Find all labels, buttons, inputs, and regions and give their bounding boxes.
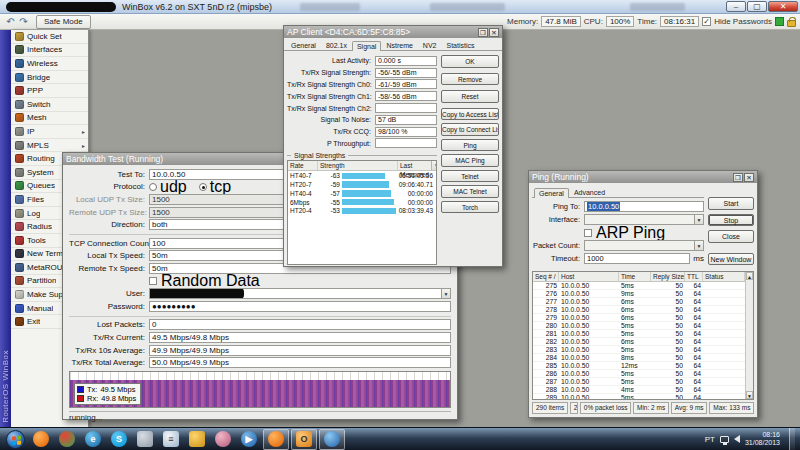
taskbar-slot-firefox[interactable]	[28, 429, 54, 450]
ping-col-header-host[interactable]: Host	[559, 272, 619, 281]
ap-close-icon[interactable]: ✕	[489, 28, 499, 37]
taskbar-slot-media-player[interactable]: ▶	[236, 429, 262, 450]
restore-button[interactable]: ▢	[747, 1, 767, 12]
sidebar-item-ppp[interactable]: PPP	[11, 84, 88, 98]
start-button[interactable]	[2, 429, 28, 450]
ap-tab-nv2[interactable]: NV2	[418, 40, 442, 50]
sidebar-item-switch[interactable]: Switch	[11, 98, 88, 112]
ap-button-ping[interactable]: Ping	[441, 139, 499, 152]
ping-titlebar[interactable]: Ping (Running) ❐ ✕	[529, 171, 757, 183]
taskbar-slot-notepad[interactable]: ≡	[158, 429, 184, 450]
taskbar-slot-skype[interactable]: S	[106, 429, 132, 450]
ping-result-row[interactable]: 28210.0.0.506ms5064	[533, 338, 745, 346]
ping-col-header-ttl[interactable]: TTL	[685, 272, 703, 281]
ping-result-row[interactable]: 28910.0.0.505ms5064	[533, 394, 745, 399]
taskbar-clock[interactable]: 08:16 31/08/2013	[745, 431, 780, 447]
ap-button-copy-to-connect-list[interactable]: Copy to Connect List	[441, 123, 499, 136]
ping-result-row[interactable]: 27510.0.0.505ms5064	[533, 282, 745, 290]
signal-to-noise-field[interactable]: 57 dB	[375, 115, 437, 125]
txrx-signal-strength-ch0-field[interactable]: -61/-59 dBm	[375, 79, 437, 89]
ap-button-remove[interactable]: Remove	[441, 73, 499, 86]
taskbar-slot-chrome[interactable]	[54, 429, 80, 450]
ap-button-ok[interactable]: OK	[441, 55, 499, 68]
ap-button-telnet[interactable]: Telnet	[441, 170, 499, 183]
ap-button-mac-telnet[interactable]: MAC Telnet	[441, 185, 499, 198]
ping-tab-general[interactable]: General	[534, 188, 569, 198]
scroll-up-icon[interactable]: ▲	[746, 272, 753, 280]
redo-icon[interactable]: ↷	[17, 17, 30, 27]
last-activity-field[interactable]: 0.000 s	[375, 56, 437, 66]
ap-button-reset[interactable]: Reset	[441, 90, 499, 103]
language-indicator[interactable]: PT	[705, 435, 715, 444]
signal-col-header-last-measured[interactable]: Last Measured	[398, 161, 431, 170]
ping-result-row[interactable]: 28110.0.0.505ms5064	[533, 330, 745, 338]
txrx-10s-average-field[interactable]: 49.9 Mbps/49.9 Mbps	[149, 345, 451, 356]
ping-result-row[interactable]: 28310.0.0.505ms5064	[533, 346, 745, 354]
signal-strength-row[interactable]: HT20-7-5909:06:40.71	[288, 180, 436, 189]
ping-result-row[interactable]: 28010.0.0.505ms5064	[533, 322, 745, 330]
ap-tab-nstreme[interactable]: Nstreme	[381, 40, 417, 50]
network-tray-icon[interactable]	[720, 436, 729, 443]
signal-strength-row[interactable]: 6Mbps-5500:00:00	[288, 198, 436, 207]
ping-col-header-status[interactable]: Status	[703, 272, 745, 281]
signal-filter-icon[interactable]: ▼	[431, 161, 437, 170]
ping-result-row[interactable]: 27910.0.0.506ms5064	[533, 314, 745, 322]
lost-packets-field[interactable]: 0	[149, 319, 451, 330]
ping-tab-advanced[interactable]: Advanced	[569, 187, 610, 197]
signal-col-header-strength[interactable]: Strength	[318, 161, 398, 170]
ap-tab-signal[interactable]: Signal	[352, 41, 381, 51]
ap-button-copy-to-access-list[interactable]: Copy to Access List	[441, 108, 499, 121]
ping-button-close[interactable]: Close	[708, 230, 754, 243]
ping-col-header-seq-[interactable]: Seq # /	[533, 272, 559, 281]
undo-icon[interactable]: ↶	[4, 17, 17, 27]
txrx-ccq-field[interactable]: 98/100 %	[375, 127, 437, 137]
taskbar-slot-outlook[interactable]: O	[291, 429, 317, 450]
interface-field[interactable]: ▼	[584, 214, 704, 225]
arp-ping-checkbox[interactable]	[584, 229, 592, 237]
txrx-total-average-field[interactable]: 50.0 Mbps/49.9 Mbps	[149, 357, 451, 368]
sidebar-item-ip[interactable]: IP▸	[11, 125, 88, 139]
ap-button-torch[interactable]: Torch	[441, 201, 499, 214]
taskbar-slot-firefox-active[interactable]	[263, 429, 289, 450]
signal-strength-row[interactable]: HT40-4-5700:00:00	[288, 189, 436, 198]
signal-strength-row[interactable]: HT20-4-5308:03:39.43	[288, 207, 436, 216]
volume-tray-icon[interactable]	[734, 435, 740, 443]
close-button[interactable]: ✕	[768, 1, 798, 12]
txrx-current-field[interactable]: 49.5 Mbps/49.8 Mbps	[149, 332, 451, 343]
ping-result-row[interactable]: 28810.0.0.504ms5064	[533, 386, 745, 394]
ping-button-start[interactable]: Start	[708, 197, 754, 210]
password-field[interactable]: ●●●●●●●●●	[149, 301, 451, 312]
taskbar-slot-internet-explorer[interactable]: e	[80, 429, 106, 450]
ping-result-row[interactable]: 28710.0.0.505ms5064	[533, 378, 745, 386]
safe-mode-button[interactable]: Safe Mode	[36, 15, 91, 29]
taskbar-slot-file-explorer[interactable]	[184, 429, 210, 450]
taskbar-slot-app-window[interactable]	[132, 429, 158, 450]
user-field[interactable]: ▼	[149, 288, 451, 299]
ping-col-header-time[interactable]: Time	[619, 272, 651, 281]
txrx-signal-strength-ch2-field[interactable]	[375, 103, 437, 113]
hide-passwords-checkbox[interactable]: ✓	[702, 17, 711, 26]
ap-button-mac-ping[interactable]: MAC Ping	[441, 154, 499, 167]
ping-close-icon[interactable]: ✕	[744, 173, 754, 182]
ping-result-row[interactable]: 28510.0.0.5012ms5064	[533, 362, 745, 370]
ping-result-row[interactable]: 27710.0.0.506ms5064	[533, 298, 745, 306]
show-desktop-button[interactable]	[789, 428, 795, 450]
ping-result-row[interactable]: 28410.0.0.508ms5064	[533, 354, 745, 362]
combo-arrow-icon[interactable]: ▼	[694, 241, 703, 250]
ping-restore-icon[interactable]: ❐	[733, 173, 743, 182]
txrx-signal-strength-field[interactable]: -56/-55 dBm	[375, 68, 437, 78]
sidebar-item-interfaces[interactable]: Interfaces	[11, 44, 88, 58]
ping-table-scrollbar[interactable]: ▲ ▼	[745, 272, 753, 399]
minimize-button[interactable]: –	[726, 1, 746, 12]
p-throughput-field[interactable]	[375, 138, 437, 148]
ping-col-header-reply-size[interactable]: Reply Size	[651, 272, 685, 281]
combo-arrow-icon[interactable]: ▼	[441, 289, 450, 298]
random-data-checkbox[interactable]	[149, 277, 157, 285]
scroll-down-icon[interactable]: ▼	[746, 391, 753, 399]
ping-result-row[interactable]: 27610.0.0.509ms5064	[533, 290, 745, 298]
txrx-signal-strength-ch1-field[interactable]: -58/-56 dBm	[375, 91, 437, 101]
sidebar-item-wireless[interactable]: Wireless	[11, 57, 88, 71]
ping-result-row[interactable]: 27810.0.0.506ms5064	[533, 306, 745, 314]
taskbar-slot-paint[interactable]	[210, 429, 236, 450]
ap-tab-statistics[interactable]: Statistics	[441, 40, 479, 50]
